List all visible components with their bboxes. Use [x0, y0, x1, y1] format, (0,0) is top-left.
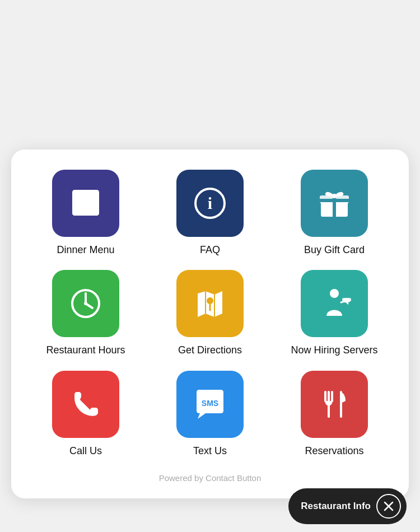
info-icon: i	[192, 185, 228, 221]
dinner-menu-icon-box	[52, 170, 119, 237]
reservations-label: Reservations	[305, 445, 363, 458]
map-icon	[192, 286, 228, 321]
close-button[interactable]	[376, 494, 401, 519]
book-icon	[68, 185, 104, 221]
hours-icon-box	[52, 270, 119, 337]
gift-card-icon-box	[301, 170, 368, 237]
gift-card-label: Buy Gift Card	[304, 244, 365, 256]
reservations-icon-box	[301, 371, 368, 438]
text-label: Text Us	[193, 445, 227, 458]
grid-item-reservations[interactable]: Reservations	[277, 371, 392, 458]
bottom-bar-label: Restaurant Info	[301, 501, 371, 512]
svg-text:SMS: SMS	[202, 399, 218, 408]
faq-icon-box: i	[176, 170, 244, 237]
hiring-label: Now Hiring Servers	[291, 344, 377, 357]
grid-item-gift-card[interactable]: Buy Gift Card	[277, 170, 392, 256]
text-icon-box: SMS	[176, 371, 244, 438]
svg-rect-8	[320, 199, 349, 202]
svg-point-13	[84, 302, 87, 305]
directions-icon-box	[176, 270, 244, 337]
faq-label: FAQ	[200, 244, 220, 256]
dinner-menu-label: Dinner Menu	[57, 244, 114, 256]
grid-item-hiring[interactable]: Now Hiring Servers	[277, 270, 392, 357]
grid-item-dinner-menu[interactable]: Dinner Menu	[28, 170, 143, 256]
svg-rect-7	[333, 195, 336, 217]
clock-icon	[68, 286, 104, 321]
panel-container: Dinner Menu i FAQ	[0, 0, 420, 532]
powered-by-text: Powered by Contact Button	[28, 473, 392, 483]
phone-icon	[68, 386, 104, 422]
menu-grid: Dinner Menu i FAQ	[28, 170, 392, 458]
server-person-icon	[316, 286, 352, 321]
svg-rect-19	[342, 298, 351, 300]
utensils-icon	[316, 386, 352, 422]
sms-icon: SMS	[192, 386, 228, 422]
hours-label: Restaurant Hours	[46, 344, 125, 357]
hiring-icon-box	[301, 270, 368, 337]
svg-point-17	[330, 289, 339, 298]
svg-text:i: i	[208, 194, 212, 212]
grid-item-text[interactable]: SMS Text Us	[152, 371, 268, 458]
svg-point-9	[332, 194, 337, 198]
directions-label: Get Directions	[178, 344, 242, 357]
svg-rect-0	[84, 190, 87, 216]
grid-item-call[interactable]: Call Us	[28, 371, 143, 458]
grid-item-faq[interactable]: i FAQ	[152, 170, 268, 256]
gift-icon	[316, 185, 352, 221]
menu-card: Dinner Menu i FAQ	[11, 150, 409, 498]
call-icon-box	[52, 371, 119, 438]
grid-item-directions[interactable]: Get Directions	[152, 270, 268, 357]
svg-point-16	[207, 297, 213, 304]
grid-item-hours[interactable]: Restaurant Hours	[28, 270, 143, 357]
call-label: Call Us	[69, 445, 102, 458]
close-icon	[382, 500, 395, 512]
bottom-bar[interactable]: Restaurant Info	[288, 488, 407, 524]
